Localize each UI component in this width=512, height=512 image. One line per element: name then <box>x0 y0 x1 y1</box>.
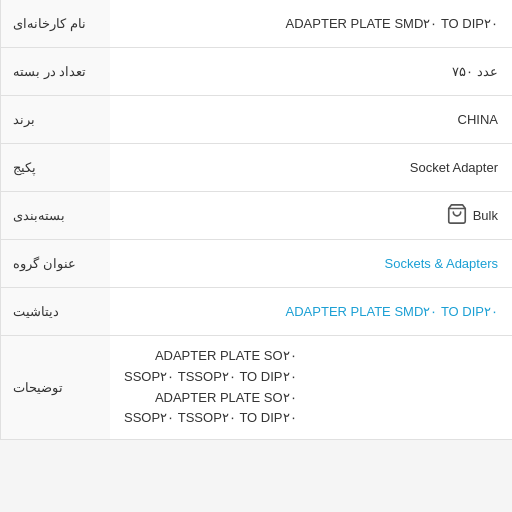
value-brand: CHINA <box>110 96 512 143</box>
value-packaging: Bulk <box>110 192 512 239</box>
table-row: دیتاشیت ADAPTER PLATE SMD۲۰ TO DIP۲۰ <box>0 288 512 336</box>
table-row: برند CHINA <box>0 96 512 144</box>
value-factory-name: ADAPTER PLATE SMD۲۰ TO DIP۲۰ <box>110 0 512 47</box>
table-row: توضیحات ADAPTER PLATE SO۲۰ SSOP۲۰ TSSOP۲… <box>0 336 512 440</box>
label-description: توضیحات <box>0 336 110 439</box>
table-row: عنوان گروه Sockets & Adapters <box>0 240 512 288</box>
value-quantity: ۷۵۰ عدد <box>110 48 512 95</box>
label-packaging: بسته‌بندی <box>0 192 110 239</box>
value-package: Socket Adapter <box>110 144 512 191</box>
bag-icon <box>446 203 468 228</box>
label-datasheet: دیتاشیت <box>0 288 110 335</box>
label-quantity: تعداد در بسته <box>0 48 110 95</box>
product-details-table: نام کارخانه‌ای ADAPTER PLATE SMD۲۰ TO DI… <box>0 0 512 440</box>
table-row: پکیج Socket Adapter <box>0 144 512 192</box>
value-category[interactable]: Sockets & Adapters <box>110 240 512 287</box>
value-description: ADAPTER PLATE SO۲۰ SSOP۲۰ TSSOP۲۰ TO DIP… <box>110 336 512 439</box>
table-row: بسته‌بندی Bulk <box>0 192 512 240</box>
label-brand: برند <box>0 96 110 143</box>
label-factory-name: نام کارخانه‌ای <box>0 0 110 47</box>
label-category: عنوان گروه <box>0 240 110 287</box>
table-row: نام کارخانه‌ای ADAPTER PLATE SMD۲۰ TO DI… <box>0 0 512 48</box>
table-row: تعداد در بسته ۷۵۰ عدد <box>0 48 512 96</box>
label-package: پکیج <box>0 144 110 191</box>
value-datasheet[interactable]: ADAPTER PLATE SMD۲۰ TO DIP۲۰ <box>110 288 512 335</box>
